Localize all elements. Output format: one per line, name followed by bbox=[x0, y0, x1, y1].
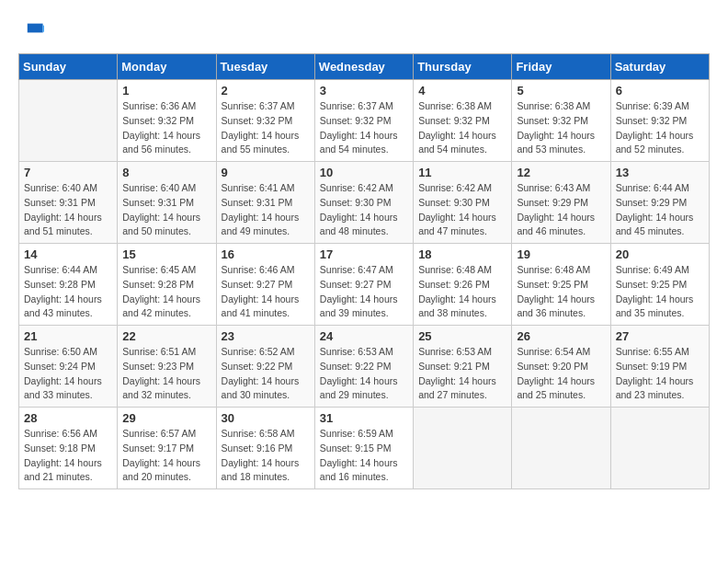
day-info: Sunrise: 6:37 AM Sunset: 9:32 PM Dayligh… bbox=[320, 99, 408, 157]
day-number: 21 bbox=[24, 329, 112, 343]
day-number: 18 bbox=[418, 247, 506, 261]
calendar-cell: 29Sunrise: 6:57 AM Sunset: 9:17 PM Dayli… bbox=[118, 408, 216, 489]
day-info: Sunrise: 6:39 AM Sunset: 9:32 PM Dayligh… bbox=[616, 99, 704, 157]
day-info: Sunrise: 6:45 AM Sunset: 9:28 PM Dayligh… bbox=[122, 263, 210, 321]
day-number: 6 bbox=[616, 84, 704, 98]
calendar-cell: 19Sunrise: 6:48 AM Sunset: 9:25 PM Dayli… bbox=[512, 244, 610, 326]
calendar-cell: 11Sunrise: 6:42 AM Sunset: 9:30 PM Dayli… bbox=[414, 162, 512, 244]
day-info: Sunrise: 6:56 AM Sunset: 9:18 PM Dayligh… bbox=[24, 427, 112, 485]
day-number: 26 bbox=[517, 329, 605, 343]
calendar-header-row: SundayMondayTuesdayWednesdayThursdayFrid… bbox=[19, 54, 710, 80]
day-number: 16 bbox=[222, 247, 310, 261]
calendar-cell: 25Sunrise: 6:53 AM Sunset: 9:21 PM Dayli… bbox=[414, 326, 512, 408]
column-header-sunday: Sunday bbox=[19, 54, 118, 80]
calendar-cell bbox=[414, 408, 512, 489]
day-info: Sunrise: 6:47 AM Sunset: 9:27 PM Dayligh… bbox=[320, 263, 408, 321]
calendar-cell: 9Sunrise: 6:41 AM Sunset: 9:31 PM Daylig… bbox=[216, 162, 314, 244]
calendar-week-row: 1Sunrise: 6:36 AM Sunset: 9:32 PM Daylig… bbox=[19, 80, 710, 162]
calendar-cell: 30Sunrise: 6:58 AM Sunset: 9:16 PM Dayli… bbox=[216, 408, 314, 489]
page-header bbox=[18, 18, 710, 44]
day-number: 20 bbox=[616, 247, 704, 261]
day-number: 4 bbox=[418, 84, 506, 98]
day-info: Sunrise: 6:46 AM Sunset: 9:27 PM Dayligh… bbox=[222, 263, 310, 321]
calendar-cell bbox=[512, 408, 610, 489]
calendar-cell bbox=[610, 408, 709, 489]
calendar-cell: 7Sunrise: 6:40 AM Sunset: 9:31 PM Daylig… bbox=[19, 162, 118, 244]
day-info: Sunrise: 6:44 AM Sunset: 9:28 PM Dayligh… bbox=[24, 263, 112, 321]
day-number: 3 bbox=[320, 84, 408, 98]
calendar-cell: 22Sunrise: 6:51 AM Sunset: 9:23 PM Dayli… bbox=[118, 326, 216, 408]
day-info: Sunrise: 6:53 AM Sunset: 9:21 PM Dayligh… bbox=[418, 345, 506, 403]
day-number: 23 bbox=[222, 329, 310, 343]
day-number: 14 bbox=[24, 247, 112, 261]
calendar-cell: 16Sunrise: 6:46 AM Sunset: 9:27 PM Dayli… bbox=[216, 244, 314, 326]
day-info: Sunrise: 6:48 AM Sunset: 9:25 PM Dayligh… bbox=[517, 263, 605, 321]
calendar-cell: 1Sunrise: 6:36 AM Sunset: 9:32 PM Daylig… bbox=[118, 80, 216, 162]
calendar-cell: 31Sunrise: 6:59 AM Sunset: 9:15 PM Dayli… bbox=[314, 408, 413, 489]
column-header-monday: Monday bbox=[118, 54, 216, 80]
calendar-cell: 6Sunrise: 6:39 AM Sunset: 9:32 PM Daylig… bbox=[610, 80, 709, 162]
calendar-cell: 13Sunrise: 6:44 AM Sunset: 9:29 PM Dayli… bbox=[610, 162, 709, 244]
day-number: 10 bbox=[320, 166, 408, 179]
day-number: 30 bbox=[222, 411, 310, 425]
calendar-cell: 20Sunrise: 6:49 AM Sunset: 9:25 PM Dayli… bbox=[610, 244, 709, 326]
day-info: Sunrise: 6:52 AM Sunset: 9:22 PM Dayligh… bbox=[222, 345, 310, 403]
day-number: 7 bbox=[24, 166, 112, 179]
calendar-week-row: 14Sunrise: 6:44 AM Sunset: 9:28 PM Dayli… bbox=[19, 244, 710, 326]
column-header-saturday: Saturday bbox=[610, 54, 709, 80]
day-info: Sunrise: 6:54 AM Sunset: 9:20 PM Dayligh… bbox=[517, 345, 605, 403]
day-info: Sunrise: 6:44 AM Sunset: 9:29 PM Dayligh… bbox=[616, 181, 704, 239]
calendar-cell: 15Sunrise: 6:45 AM Sunset: 9:28 PM Dayli… bbox=[118, 244, 216, 326]
logo-icon bbox=[18, 18, 44, 44]
day-info: Sunrise: 6:53 AM Sunset: 9:22 PM Dayligh… bbox=[320, 345, 408, 403]
day-number: 22 bbox=[122, 329, 210, 343]
day-number: 8 bbox=[122, 166, 210, 179]
day-number: 29 bbox=[122, 411, 210, 425]
day-info: Sunrise: 6:38 AM Sunset: 9:32 PM Dayligh… bbox=[517, 99, 605, 157]
day-info: Sunrise: 6:57 AM Sunset: 9:17 PM Dayligh… bbox=[122, 427, 210, 485]
calendar-cell: 27Sunrise: 6:55 AM Sunset: 9:19 PM Dayli… bbox=[610, 326, 709, 408]
day-number: 24 bbox=[320, 329, 408, 343]
day-number: 1 bbox=[122, 84, 210, 98]
day-info: Sunrise: 6:55 AM Sunset: 9:19 PM Dayligh… bbox=[616, 345, 704, 403]
calendar-cell: 3Sunrise: 6:37 AM Sunset: 9:32 PM Daylig… bbox=[314, 80, 413, 162]
calendar-week-row: 7Sunrise: 6:40 AM Sunset: 9:31 PM Daylig… bbox=[19, 162, 710, 244]
day-number: 17 bbox=[320, 247, 408, 261]
calendar-cell: 8Sunrise: 6:40 AM Sunset: 9:31 PM Daylig… bbox=[118, 162, 216, 244]
day-number: 15 bbox=[122, 247, 210, 261]
day-info: Sunrise: 6:43 AM Sunset: 9:29 PM Dayligh… bbox=[517, 181, 605, 239]
calendar-cell: 18Sunrise: 6:48 AM Sunset: 9:26 PM Dayli… bbox=[414, 244, 512, 326]
column-header-wednesday: Wednesday bbox=[314, 54, 413, 80]
day-info: Sunrise: 6:48 AM Sunset: 9:26 PM Dayligh… bbox=[418, 263, 506, 321]
calendar-cell: 26Sunrise: 6:54 AM Sunset: 9:20 PM Dayli… bbox=[512, 326, 610, 408]
day-info: Sunrise: 6:36 AM Sunset: 9:32 PM Dayligh… bbox=[122, 99, 210, 157]
day-number: 5 bbox=[517, 84, 605, 98]
calendar-cell: 5Sunrise: 6:38 AM Sunset: 9:32 PM Daylig… bbox=[512, 80, 610, 162]
day-number: 2 bbox=[222, 84, 310, 98]
calendar-cell: 17Sunrise: 6:47 AM Sunset: 9:27 PM Dayli… bbox=[314, 244, 413, 326]
day-number: 19 bbox=[517, 247, 605, 261]
day-number: 28 bbox=[24, 411, 112, 425]
day-info: Sunrise: 6:51 AM Sunset: 9:23 PM Dayligh… bbox=[122, 345, 210, 403]
column-header-thursday: Thursday bbox=[414, 54, 512, 80]
calendar-cell bbox=[19, 80, 118, 162]
day-info: Sunrise: 6:37 AM Sunset: 9:32 PM Dayligh… bbox=[222, 99, 310, 157]
calendar-cell: 2Sunrise: 6:37 AM Sunset: 9:32 PM Daylig… bbox=[216, 80, 314, 162]
day-info: Sunrise: 6:58 AM Sunset: 9:16 PM Dayligh… bbox=[222, 427, 310, 485]
calendar-cell: 24Sunrise: 6:53 AM Sunset: 9:22 PM Dayli… bbox=[314, 326, 413, 408]
svg-marker-1 bbox=[43, 25, 44, 32]
day-info: Sunrise: 6:49 AM Sunset: 9:25 PM Dayligh… bbox=[616, 263, 704, 321]
calendar-cell: 4Sunrise: 6:38 AM Sunset: 9:32 PM Daylig… bbox=[414, 80, 512, 162]
day-info: Sunrise: 6:42 AM Sunset: 9:30 PM Dayligh… bbox=[320, 181, 408, 239]
calendar-week-row: 21Sunrise: 6:50 AM Sunset: 9:24 PM Dayli… bbox=[19, 326, 710, 408]
calendar-cell: 28Sunrise: 6:56 AM Sunset: 9:18 PM Dayli… bbox=[19, 408, 118, 489]
calendar-cell: 21Sunrise: 6:50 AM Sunset: 9:24 PM Dayli… bbox=[19, 326, 118, 408]
calendar-table: SundayMondayTuesdayWednesdayThursdayFrid… bbox=[18, 53, 710, 489]
day-info: Sunrise: 6:40 AM Sunset: 9:31 PM Dayligh… bbox=[24, 181, 112, 239]
day-info: Sunrise: 6:38 AM Sunset: 9:32 PM Dayligh… bbox=[418, 99, 506, 157]
calendar-week-row: 28Sunrise: 6:56 AM Sunset: 9:18 PM Dayli… bbox=[19, 408, 710, 489]
day-number: 27 bbox=[616, 329, 704, 343]
day-number: 31 bbox=[320, 411, 408, 425]
column-header-tuesday: Tuesday bbox=[216, 54, 314, 80]
day-number: 13 bbox=[616, 166, 704, 179]
